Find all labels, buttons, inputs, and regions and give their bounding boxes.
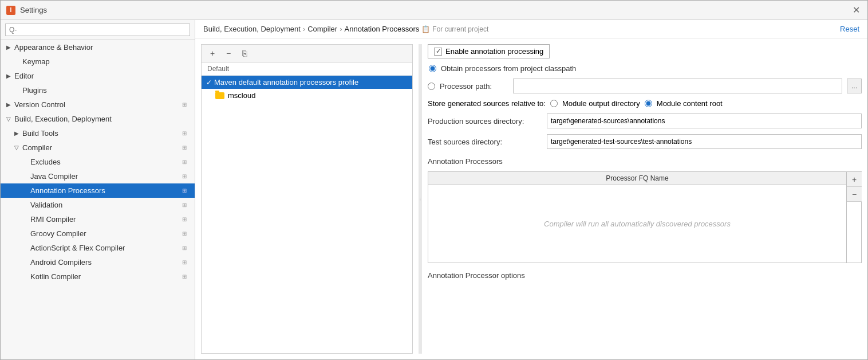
search-input[interactable] [5,24,190,36]
settings-panel: Enable annotation processing Obtain proc… [428,44,862,354]
breadcrumb-sep-1: › [303,25,305,33]
sidebar-item-groovy-compiler[interactable]: Groovy Compiler ⊞ [1,226,195,241]
store-label: Store generated sources relative to: [428,99,546,108]
processor-path-label: Processor path: [440,82,508,91]
enable-row: Enable annotation processing [428,44,862,58]
profile-panel: + − ⎘ Default ✓ Maven default annotation… [201,44,413,354]
profile-item-maven-default[interactable]: ✓ Maven default annotation processors pr… [202,76,412,89]
app-icon: I [6,6,15,15]
test-sources-input[interactable] [547,134,862,149]
profile-tree-header: Default [202,62,412,76]
enable-checkbox[interactable] [434,48,442,56]
sidebar-item-kotlin-compiler[interactable]: Kotlin Compiler ⊞ [1,269,195,284]
profile-item-label: Maven default annotation processors prof… [214,78,358,87]
sidebar-item-actionscript-compiler[interactable]: ActionScript & Flex Compiler ⊞ [1,241,195,255]
production-sources-input[interactable] [547,114,862,128]
project-icon: 📋 [421,25,430,33]
settings-icon: ⊞ [182,216,189,223]
processor-path-row: Processor path: … [428,79,862,93]
arrow-icon: ▶ [6,44,14,50]
enable-checkbox-container[interactable]: Enable annotation processing [428,44,550,58]
breadcrumb-part-2[interactable]: Compiler [307,25,337,33]
folder-icon [215,92,224,99]
processor-path-input[interactable] [513,79,842,93]
main-content: ▶ Appearance & Behavior Keymap ▶ Editor … [1,20,867,359]
sidebar-item-label: Kotlin Compiler [30,272,182,281]
breadcrumb-part-1[interactable]: Build, Execution, Deployment [203,25,301,33]
sidebar-item-label: Validation [30,201,182,209]
sidebar-item-plugins[interactable]: Plugins [1,83,195,97]
breadcrumb-sep-2: › [340,25,342,33]
sidebar-item-android-compilers[interactable]: Android Compilers ⊞ [1,255,195,269]
sidebar-item-label: Keymap [22,57,189,66]
annotation-processors-table: Processor FQ Name Compiler will run all … [428,171,862,263]
obtain-classpath-radio[interactable] [429,65,436,72]
sidebar-item-excludes[interactable]: Excludes ⊞ [1,155,195,169]
arrow-icon: ▽ [6,116,14,122]
sidebar-item-label: Build, Execution, Deployment [14,115,189,123]
settings-window: I Settings ✕ ▶ Appearance & Behavior Key… [0,0,868,360]
arrow-icon: ▶ [6,73,14,79]
breadcrumb-part-3: Annotation Processors [345,25,420,33]
sidebar-item-label: Compiler [22,143,182,152]
copy-profile-button[interactable]: ⎘ [238,47,251,60]
breadcrumb: Build, Execution, Deployment › Compiler … [203,25,488,33]
window-title: Settings [20,6,47,14]
test-sources-row: Test sources directory: [428,134,862,149]
sidebar-item-label: RMI Compiler [30,215,182,224]
sidebar-item-label: Appearance & Behavior [14,43,189,52]
sidebar-item-validation[interactable]: Validation ⊞ [1,198,195,212]
table-empty-message: Compiler will run all automatically disc… [428,185,846,263]
processor-fq-name-header: Processor FQ Name [428,172,846,185]
settings-icon: ⊞ [182,130,189,137]
sidebar-item-label: Editor [14,72,189,80]
close-button[interactable]: ✕ [850,5,862,16]
settings-icon: ⊞ [182,230,189,237]
production-sources-row: Production sources directory: [428,114,862,128]
breadcrumb-bar: Build, Execution, Deployment › Compiler … [195,20,867,38]
table-content-area: Processor FQ Name Compiler will run all … [428,172,846,263]
sidebar-item-editor[interactable]: ▶ Editor [1,69,195,83]
sidebar-item-version-control[interactable]: ▶ Version Control ⊞ [1,97,195,112]
sidebar-item-label: Android Compilers [30,258,182,267]
processor-path-radio[interactable] [428,83,435,90]
annotation-processors-section-title: Annotation Processors [428,157,862,166]
sidebar-item-label: Version Control [14,100,182,109]
sidebar-item-rmi-compiler[interactable]: RMI Compiler ⊞ [1,212,195,226]
sidebar-item-label: Build Tools [22,129,182,138]
title-bar-left: I Settings [6,6,47,15]
arrow-icon: ▶ [14,130,22,136]
enable-label: Enable annotation processing [445,47,543,56]
sidebar-item-label: ActionScript & Flex Compiler [30,244,182,252]
add-processor-button[interactable]: + [847,172,862,187]
browse-button[interactable]: … [847,79,862,93]
remove-processor-button[interactable]: − [847,187,862,202]
sidebar-item-build-tools[interactable]: ▶ Build Tools ⊞ [1,126,195,140]
sidebar-item-java-compiler[interactable]: Java Compiler ⊞ [1,169,195,183]
profile-tree: Default ✓ Maven default annotation proce… [202,62,412,353]
remove-profile-button[interactable]: − [222,47,235,60]
add-profile-button[interactable]: + [206,47,219,60]
check-mark-icon: ✓ [206,79,212,87]
profile-item-mscloud[interactable]: mscloud [202,89,412,102]
sidebar-item-compiler[interactable]: ▽ Compiler ⊞ [1,140,195,155]
arrow-icon: ▽ [14,144,22,151]
sidebar: ▶ Appearance & Behavior Keymap ▶ Editor … [1,20,195,359]
profile-toolbar: + − ⎘ [202,45,412,62]
module-output-radio[interactable] [550,100,558,107]
for-project-label: 📋 For current project [421,25,488,33]
settings-icon: ⊞ [182,187,189,194]
sidebar-item-build-execution[interactable]: ▽ Build, Execution, Deployment [1,112,195,126]
sidebar-item-label: Excludes [30,158,182,166]
sidebar-item-keymap[interactable]: Keymap [1,54,195,69]
arrow-icon: ▶ [6,101,14,108]
annotation-options-title: Annotation Processor options [428,271,862,280]
reset-button[interactable]: Reset [840,25,859,33]
module-content-radio[interactable] [645,100,652,107]
profile-item-label: mscloud [228,91,255,100]
settings-icon: ⊞ [182,159,189,166]
sidebar-item-annotation-processors[interactable]: Annotation Processors ⊞ [1,183,195,198]
title-bar: I Settings ✕ [1,1,867,20]
sidebar-item-appearance[interactable]: ▶ Appearance & Behavior [1,40,195,54]
settings-icon: ⊞ [182,245,189,252]
